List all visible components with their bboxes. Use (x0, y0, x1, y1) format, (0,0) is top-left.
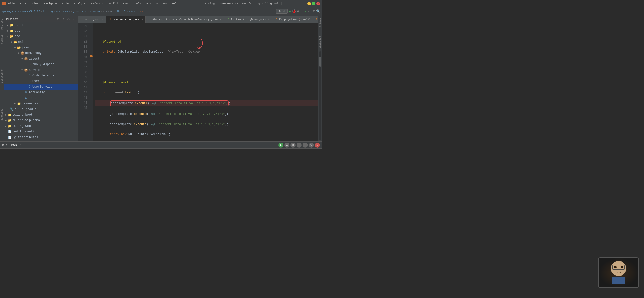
breadcrumb-tuling[interactable]: tuling (43, 10, 53, 13)
tree-label-main: main (18, 40, 25, 44)
tab-close-userservice[interactable]: × (141, 18, 143, 21)
tab-close-initializingbean[interactable]: × (268, 18, 270, 21)
run-tab-test[interactable]: Test × (9, 143, 24, 147)
commit-label[interactable]: Commit (0, 33, 4, 46)
tree-item-zhouyuaspect[interactable]: ▶ C ZhouyuAspect (4, 62, 78, 67)
code-content[interactable]: @Autowired private JdbcTemplate jdbcTemp… (93, 23, 318, 141)
minimize-button[interactable]: − (307, 2, 311, 5)
tree-item-gitattributes[interactable]: ▶ 📄 .gitattributes (4, 134, 78, 140)
tree-item-aspect[interactable]: ▼ 📦 aspect (4, 56, 78, 62)
tab-close-pect[interactable]: × (101, 18, 103, 21)
tree-item-main[interactable]: ▼ 📂 main (4, 39, 78, 45)
menu-edit[interactable]: Edit (19, 2, 27, 6)
breadcrumb-userservice[interactable]: UserService (117, 10, 136, 13)
tab-userservice[interactable]: J UserService.java × (106, 16, 146, 23)
run-play-button[interactable]: ▶ (278, 143, 283, 148)
toolbar: spring-framework-5.3.10 › tuling › src ›… (0, 7, 322, 16)
tree-label-src: src (14, 35, 20, 38)
tree-item-src[interactable]: ▼ 📂 src (4, 34, 78, 39)
settings-button[interactable]: ⚙ (313, 9, 315, 13)
run-close-panel-button[interactable]: × (315, 143, 320, 148)
tree-item-userservice[interactable]: ▶ C UserService (4, 84, 78, 90)
breadcrumb-com[interactable]: com (82, 10, 87, 13)
tree-item-resources[interactable]: ▶ 📁 resources (4, 101, 78, 106)
run-tab-close[interactable]: × (20, 143, 22, 146)
run-button[interactable]: ▶ (289, 9, 291, 13)
menu-git[interactable]: Git (145, 2, 152, 6)
menu-build[interactable]: Build (108, 2, 119, 6)
panel-action-3[interactable]: ⚙ (66, 17, 70, 21)
folder-icon-src: 📂 (10, 34, 14, 38)
tree-item-buildgradle[interactable]: ▶ 🔧 build.gradle (4, 106, 78, 112)
panel-close[interactable]: × (71, 17, 76, 21)
breadcrumb-main[interactable]: main (63, 10, 70, 13)
tree-item-out[interactable]: ▶ 📁 out (4, 28, 78, 34)
breadcrumb-test[interactable]: test (138, 10, 145, 13)
breadcrumb-service[interactable]: service (103, 10, 114, 13)
breadcrumb-project[interactable]: spring-framework-5.3.10 (2, 10, 40, 13)
tree-item-orderservice[interactable]: ▶ C OrderService (4, 73, 78, 78)
git-checkmark[interactable]: ✓ (305, 10, 307, 13)
menu-window[interactable]: Window (155, 2, 168, 6)
tab-initializingbean[interactable]: I InitializingBean.java × (224, 16, 273, 23)
menu-tools[interactable]: Tools (132, 2, 142, 6)
tree-item-tulingweb[interactable]: ▶ 📁 tuling-web (4, 123, 78, 129)
tree-item-service[interactable]: ▼ 📦 service (4, 67, 78, 73)
favorites-label[interactable]: Favorites (0, 106, 4, 124)
panel-action-1[interactable]: ⊕ (56, 17, 60, 21)
window-controls[interactable]: − □ × (307, 2, 320, 5)
menu-help[interactable]: Help (171, 2, 179, 6)
tree-item-java[interactable]: ▼ 📂 java (4, 45, 78, 50)
menu-view[interactable]: View (31, 2, 39, 6)
java-icon-userservice: C (27, 85, 32, 89)
search-button[interactable]: 🔍 (316, 9, 320, 13)
editor-scrollbar[interactable] (319, 51, 321, 140)
menu-refactor[interactable]: Refactor (90, 2, 105, 6)
tree-item-tulingvip[interactable]: ▶ 📁 tuling-vip-demo (4, 118, 78, 123)
tree-item-gitignore[interactable]: ▶ 📄 .gitignore (4, 140, 78, 141)
panel-action-2[interactable]: ≡ (61, 17, 65, 21)
git-push[interactable]: ↓ (310, 10, 312, 13)
menu-navigate[interactable]: Navigate (42, 2, 58, 6)
database-tab[interactable]: Database (318, 34, 322, 50)
breadcrumb-java[interactable]: java (73, 10, 79, 13)
menu-code[interactable]: Code (61, 2, 70, 6)
tree-item-com[interactable]: ▼ 📦 com.zhouyu (4, 50, 78, 56)
structure-label[interactable]: Structure (0, 67, 4, 85)
run-rerun-button[interactable]: ↺ (290, 143, 296, 148)
menu-run[interactable]: Run (122, 2, 129, 6)
menu-bar[interactable]: File Edit View Navigate Code Analyze Ref… (7, 2, 179, 6)
git-update[interactable]: ↑ (308, 10, 309, 13)
tree-item-editorconfig[interactable]: ▶ 📄 .editorconfig (4, 129, 78, 134)
debug-button[interactable]: 🐞 (292, 9, 296, 13)
menu-analyze[interactable]: Analyze (73, 2, 86, 6)
close-button[interactable]: × (316, 2, 320, 5)
tab-abstractautowire[interactable]: J AbstractAutowireCapableBeanFactory.jav… (146, 16, 224, 23)
tab-label-initializingbean: InitializingBean.java (231, 18, 266, 21)
tree-item-tulingboot[interactable]: ▶ 📁 tuling-boot (4, 112, 78, 118)
tree-item-test[interactable]: ▶ C Test (4, 95, 78, 101)
tree-item-user[interactable]: ▶ C User (4, 78, 78, 84)
run-filter-button[interactable]: ≡ (303, 143, 308, 148)
tree-arrow-tulingweb: ▶ (4, 125, 8, 128)
breadcrumb-src[interactable]: src (56, 10, 61, 13)
tree-label-com: com.zhouyu (25, 51, 43, 55)
breadcrumb-zhouyu[interactable]: zhouyu (90, 10, 100, 13)
menu-file[interactable]: File (7, 2, 16, 6)
code-editor[interactable]: 29 30 31 32 33 34 35 36 37 38 39 40 41 4… (78, 23, 318, 141)
run-settings-button[interactable]: ⚙ (309, 143, 314, 148)
code-line-36: jdbcTemplate.execute( sql: "insert into … (95, 100, 318, 106)
panel-actions: ⊕ ≡ ⚙ × (56, 17, 76, 21)
tree-item-build[interactable]: ▶ 📁 build (4, 22, 78, 28)
tree-item-appconfig[interactable]: ▶ C AppConfig (4, 90, 78, 95)
run-scroll-button[interactable]: ↓ (297, 143, 302, 148)
tab-close-abstractautowire[interactable]: × (220, 18, 222, 21)
run-stop-button[interactable]: ■ (284, 143, 289, 148)
maximize-button[interactable]: □ (312, 2, 315, 5)
gradle-tab[interactable]: Gradle (318, 16, 322, 29)
tab-pect[interactable]: J pect.java × (78, 16, 106, 23)
java-icon-zhouyuaspect: C (27, 62, 32, 66)
tab-orderservice[interactable]: J OrderService.java × (312, 16, 318, 23)
project-label[interactable]: Project (0, 17, 4, 32)
breadcrumb[interactable]: spring-framework-5.3.10 › tuling › src ›… (2, 10, 145, 13)
